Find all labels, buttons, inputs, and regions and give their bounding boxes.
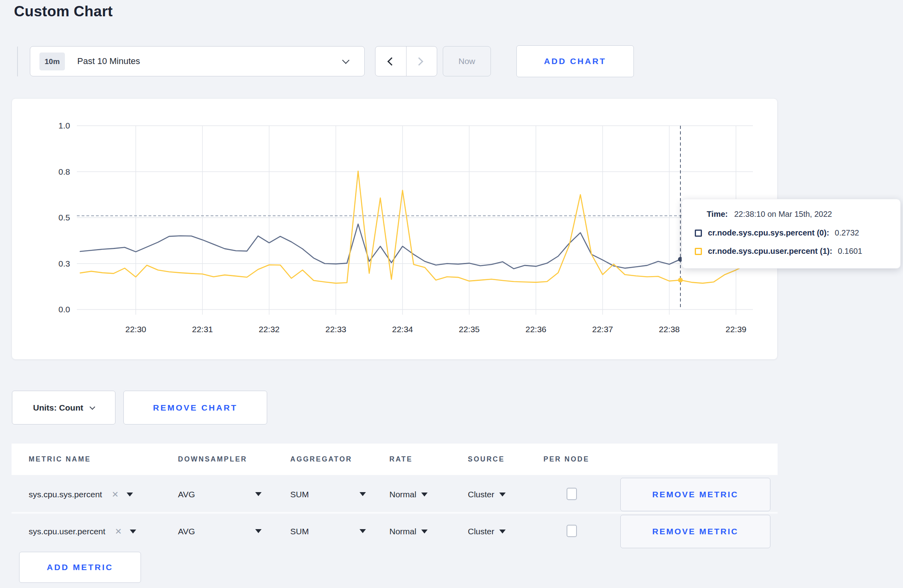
chevron-down-icon: [342, 56, 349, 64]
downsampler-select[interactable]: AVG: [178, 514, 262, 549]
add-chart-button[interactable]: ADD CHART: [516, 45, 634, 77]
chevron-left-icon: [387, 57, 396, 66]
metric-name-label: sys.cpu.sys.percent: [29, 490, 102, 499]
chevron-down-icon: [90, 404, 95, 409]
downsampler-value: AVG: [178, 527, 195, 536]
svg-text:22:35: 22:35: [459, 325, 480, 334]
per-node-checkbox[interactable]: [567, 488, 577, 500]
aggregator-value: SUM: [290, 527, 309, 536]
remove-metric-button[interactable]: REMOVE METRIC: [620, 515, 770, 548]
time-pager: [375, 46, 437, 76]
caret-down-icon: [421, 493, 428, 496]
time-range-badge: 10m: [39, 53, 65, 70]
aggregator-select[interactable]: SUM: [290, 514, 366, 549]
svg-text:22:30: 22:30: [125, 325, 147, 334]
metric-name-select[interactable]: sys.cpu.user.percent ✕: [29, 514, 136, 549]
svg-text:22:38: 22:38: [659, 325, 680, 334]
caret-down-icon: [499, 530, 506, 533]
metric-name-select[interactable]: sys.cpu.sys.percent ✕: [29, 477, 133, 512]
units-select[interactable]: Units: Count: [12, 391, 115, 424]
caret-down-icon: [130, 530, 136, 533]
svg-text:22:34: 22:34: [392, 325, 413, 334]
time-range-select[interactable]: 10m Past 10 Minutes: [30, 46, 365, 76]
rate-value: Normal: [389, 490, 416, 499]
source-select[interactable]: Cluster: [468, 477, 506, 512]
rate-select[interactable]: Normal: [389, 477, 428, 512]
rate-select[interactable]: Normal: [389, 514, 428, 549]
units-select-label: Units: Count: [33, 403, 83, 413]
time-range-label: Past 10 Minutes: [77, 56, 140, 66]
remove-chart-button[interactable]: REMOVE CHART: [123, 391, 267, 424]
downsampler-value: AVG: [178, 490, 195, 499]
add-metric-button[interactable]: ADD METRIC: [19, 552, 141, 583]
now-button[interactable]: Now: [443, 46, 491, 76]
metrics-table-header: METRIC NAME DOWNSAMPLER AGGREGATOR RATE …: [12, 444, 778, 475]
caret-down-icon: [255, 492, 262, 496]
table-row: sys.cpu.sys.percent ✕ AVG SUM Normal Clu…: [12, 477, 778, 512]
next-time-button[interactable]: [407, 47, 437, 76]
source-value: Cluster: [468, 527, 494, 536]
caret-down-icon: [360, 492, 366, 496]
rate-value: Normal: [389, 527, 416, 536]
column-header-aggregator: AGGREGATOR: [290, 444, 352, 475]
per-node-checkbox[interactable]: [567, 525, 577, 537]
svg-text:22:36: 22:36: [526, 325, 547, 334]
aggregator-value: SUM: [290, 490, 309, 499]
remove-tag-icon[interactable]: ✕: [111, 490, 119, 499]
svg-text:0.8: 0.8: [59, 167, 70, 176]
series-swatch-icon: [695, 248, 702, 255]
tooltip-series-value: 0.1601: [838, 247, 862, 256]
column-header-downsampler: DOWNSAMPLER: [178, 444, 247, 475]
series-swatch-icon: [695, 230, 702, 237]
tooltip-series-label: cr.node.sys.cpu.sys.percent (0):: [708, 228, 829, 238]
caret-down-icon: [127, 493, 133, 496]
aggregator-select[interactable]: SUM: [290, 477, 366, 512]
source-select[interactable]: Cluster: [468, 514, 506, 549]
source-value: Cluster: [468, 490, 494, 499]
svg-text:0.0: 0.0: [59, 305, 70, 314]
svg-text:22:32: 22:32: [259, 325, 280, 334]
tooltip-time-value: 22:38:10 on Mar 15th, 2022: [734, 210, 832, 218]
column-header-per-node: PER NODE: [543, 444, 589, 475]
remove-tag-icon[interactable]: ✕: [115, 527, 122, 536]
custom-chart-page: { "page": { "title": "Custom Chart" }, "…: [0, 0, 903, 588]
metric-name-label: sys.cpu.user.percent: [29, 527, 106, 536]
column-header-source: SOURCE: [468, 444, 505, 475]
svg-text:22:37: 22:37: [592, 325, 613, 334]
svg-text:0.3: 0.3: [59, 259, 70, 268]
svg-text:0.5: 0.5: [59, 213, 70, 222]
page-title: Custom Chart: [14, 3, 113, 20]
tooltip-time-label: Time:: [707, 210, 728, 218]
prev-time-button[interactable]: [375, 47, 407, 76]
chart-card: 1.00.80.50.30.022:3022:3122:3222:3322:34…: [12, 98, 778, 360]
remove-metric-button[interactable]: REMOVE METRIC: [620, 478, 770, 511]
svg-text:22:33: 22:33: [325, 325, 346, 334]
svg-text:22:39: 22:39: [725, 325, 747, 334]
tooltip-series-row: cr.node.sys.cpu.user.percent (1): 0.1601: [695, 247, 862, 256]
tooltip-series-row: cr.node.sys.cpu.sys.percent (0): 0.2732: [695, 228, 859, 238]
caret-down-icon: [255, 529, 262, 533]
tooltip-series-value: 0.2732: [835, 228, 859, 238]
column-header-rate: RATE: [389, 444, 412, 475]
caret-down-icon: [499, 493, 506, 496]
downsampler-select[interactable]: AVG: [178, 477, 262, 512]
tooltip-series-label: cr.node.sys.cpu.user.percent (1):: [708, 247, 832, 256]
svg-text:22:31: 22:31: [192, 325, 213, 334]
caret-down-icon: [421, 530, 428, 533]
toolbar-divider: [17, 47, 18, 76]
line-chart[interactable]: 1.00.80.50.30.022:3022:3122:3222:3322:34…: [12, 99, 778, 360]
chevron-right-icon: [414, 57, 423, 66]
svg-text:1.0: 1.0: [59, 121, 70, 130]
chart-tooltip: Time:22:38:10 on Mar 15th, 2022 cr.node.…: [682, 199, 901, 269]
table-row: sys.cpu.user.percent ✕ AVG SUM Normal Cl…: [12, 514, 778, 549]
caret-down-icon: [360, 529, 366, 533]
column-header-metric-name: METRIC NAME: [29, 444, 91, 475]
